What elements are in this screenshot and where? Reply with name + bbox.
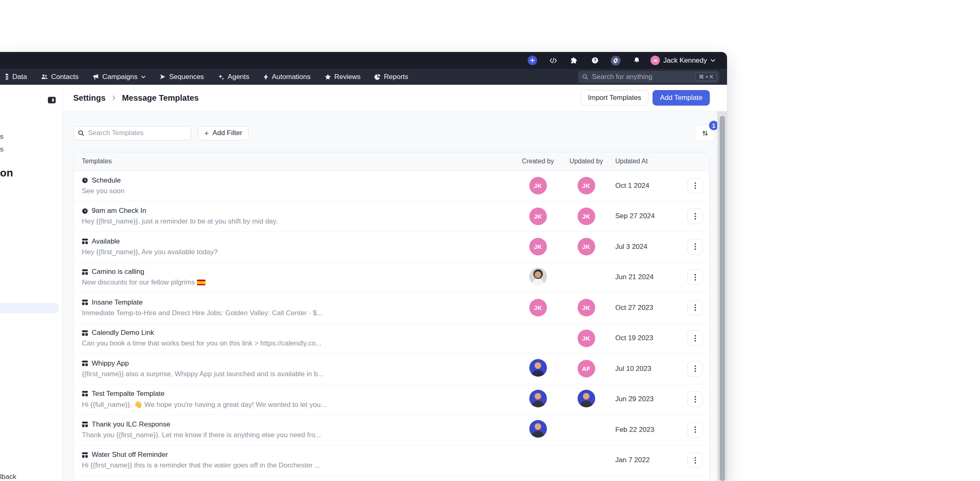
updated-by-cell bbox=[578, 420, 595, 439]
clock-icon bbox=[82, 177, 88, 183]
scrollbar-thumb[interactable] bbox=[720, 116, 725, 481]
updated-at-cell: Sep 27 2024 bbox=[610, 212, 668, 220]
nav-item-automations[interactable]: Automations bbox=[263, 73, 311, 81]
global-search[interactable]: ⌘ + K bbox=[578, 71, 719, 83]
template-subtitle: Immediate Temp-to-Hire and Direct Hire J… bbox=[82, 309, 514, 317]
table-row[interactable]: Camino is callingNew discounts for our f… bbox=[74, 262, 709, 293]
nav-item-campaigns[interactable]: Campaigns bbox=[93, 73, 146, 81]
chevron-down-icon bbox=[141, 75, 146, 79]
sidebar-item-fragment[interactable]: lback bbox=[0, 473, 16, 481]
breadcrumb-settings[interactable]: Settings bbox=[73, 93, 106, 103]
nav-item-data[interactable]: Data bbox=[6, 73, 27, 81]
nav-item-reviews[interactable]: Reviews bbox=[325, 73, 361, 81]
help-button[interactable] bbox=[590, 56, 600, 65]
updated-at-cell: Jul 3 2024 bbox=[610, 243, 668, 251]
dots-vertical-icon bbox=[694, 457, 696, 464]
row-menu-button[interactable] bbox=[687, 361, 703, 377]
row-menu-button[interactable] bbox=[687, 269, 703, 285]
pie-chart-icon bbox=[375, 74, 381, 80]
table-row[interactable]: Test Tempalte TemplateHi {{full_name}}, … bbox=[74, 384, 709, 415]
spain-flag-icon bbox=[197, 280, 205, 285]
row-menu-button[interactable] bbox=[687, 178, 703, 194]
avatar-shape bbox=[535, 271, 541, 278]
create-button[interactable] bbox=[528, 56, 537, 65]
avatar: JK bbox=[578, 238, 595, 255]
template-title: 9am am Check In bbox=[92, 207, 146, 215]
table-row[interactable]: Insane TemplateImmediate Temp-to-Hire an… bbox=[74, 293, 709, 323]
sidebar-item-fragment[interactable]: s bbox=[0, 133, 4, 141]
avatar-photo bbox=[529, 268, 547, 285]
integrations-button[interactable] bbox=[569, 56, 579, 65]
template-subtitle: {{first_name}} also a surprise, Whippy A… bbox=[82, 370, 514, 378]
dots-vertical-icon bbox=[694, 213, 696, 220]
dots-vertical-icon bbox=[694, 274, 696, 281]
settings-button[interactable] bbox=[611, 56, 621, 65]
row-menu-button[interactable] bbox=[687, 300, 703, 316]
avatar-empty bbox=[578, 451, 595, 468]
row-menu-button[interactable] bbox=[687, 330, 703, 346]
row-menu-button[interactable] bbox=[687, 208, 703, 224]
nav-item-label: Sequences bbox=[169, 73, 204, 81]
database-icon bbox=[6, 73, 9, 80]
table-row[interactable]: AvailableHey {{first_name}}, Are you ava… bbox=[74, 232, 709, 262]
table-row[interactable]: Whippy App{{first_name}} also a surprise… bbox=[74, 354, 709, 384]
updated-by-cell: JK bbox=[578, 208, 595, 225]
nav-item-agents[interactable]: Agents bbox=[218, 73, 249, 81]
template-search-input[interactable] bbox=[88, 129, 187, 137]
row-menu-button[interactable] bbox=[687, 391, 703, 407]
template-title-row: Camino is calling bbox=[82, 268, 514, 276]
avatar-empty bbox=[578, 420, 595, 438]
sidebar-item-fragment[interactable]: on bbox=[0, 167, 13, 179]
user-menu-button[interactable]: JK Jack Kennedy bbox=[650, 56, 716, 65]
template-title: Insane Template bbox=[92, 298, 142, 307]
dots-vertical-icon bbox=[694, 335, 696, 342]
sidebar-collapse-button[interactable] bbox=[46, 94, 57, 106]
template-cell: Insane TemplateImmediate Temp-to-Hire an… bbox=[82, 298, 514, 317]
dots-vertical-icon bbox=[694, 243, 696, 250]
nav-item-label: Agents bbox=[228, 73, 249, 81]
clock-icon bbox=[82, 208, 88, 214]
row-actions-cell bbox=[687, 239, 703, 255]
main-content: Settings Message Templates Import Templa… bbox=[63, 85, 727, 481]
created-by-cell: JK bbox=[529, 177, 547, 194]
import-templates-button[interactable]: Import Templates bbox=[580, 90, 648, 106]
template-cell: ScheduleSee you soon bbox=[82, 176, 514, 195]
notifications-button[interactable] bbox=[632, 56, 641, 65]
table-row[interactable]: ScheduleSee you soonJKJKOct 1 2024 bbox=[74, 171, 709, 201]
template-icon bbox=[82, 299, 88, 305]
sidebar-item-selected[interactable] bbox=[0, 303, 59, 313]
avatar: JK bbox=[529, 177, 547, 194]
developer-button[interactable] bbox=[548, 56, 558, 65]
row-menu-button[interactable] bbox=[687, 452, 703, 468]
add-template-button[interactable]: Add Template bbox=[653, 90, 710, 106]
avatar-shape bbox=[532, 279, 544, 285]
template-title: Thank you ILC Response bbox=[92, 420, 170, 429]
table-row[interactable]: Thank you ILC ResponseThank you {{first_… bbox=[74, 415, 709, 445]
row-actions-cell bbox=[687, 300, 703, 316]
created-by-cell bbox=[529, 329, 547, 348]
page-header: Settings Message Templates Import Templa… bbox=[63, 85, 727, 111]
table-row[interactable]: Calendly Demo LinkCan you book a time th… bbox=[74, 323, 709, 354]
nav-item-reports[interactable]: Reports bbox=[375, 73, 409, 81]
chevron-down-icon bbox=[710, 58, 716, 63]
top-bar: JK Jack Kennedy bbox=[0, 52, 727, 69]
global-search-input[interactable] bbox=[592, 73, 692, 81]
template-title-row: Whippy App bbox=[82, 359, 514, 368]
row-menu-button[interactable] bbox=[687, 422, 703, 438]
sidebar-item-fragment[interactable]: s bbox=[0, 145, 4, 154]
template-title-row: Thank you ILC Response bbox=[82, 420, 514, 429]
row-menu-button[interactable] bbox=[687, 239, 703, 255]
avatar: JK bbox=[578, 208, 595, 225]
row-actions-cell bbox=[687, 178, 703, 194]
add-filter-button[interactable]: + Add Filter bbox=[198, 126, 248, 140]
nav-item-sequences[interactable]: Sequences bbox=[160, 73, 204, 81]
nav-item-label: Reports bbox=[384, 73, 409, 81]
template-search[interactable] bbox=[73, 126, 191, 140]
row-actions-cell bbox=[687, 330, 703, 346]
dots-vertical-icon bbox=[694, 182, 696, 189]
nav-item-contacts[interactable]: Contacts bbox=[41, 73, 79, 81]
panel-toggle-icon bbox=[47, 96, 56, 104]
created-by-cell: JK bbox=[529, 299, 547, 316]
table-row[interactable]: Water Shut off ReminderHi {{first_name}}… bbox=[74, 445, 709, 476]
table-row[interactable]: 9am am Check InHey {{first_name}}, just … bbox=[74, 201, 709, 232]
